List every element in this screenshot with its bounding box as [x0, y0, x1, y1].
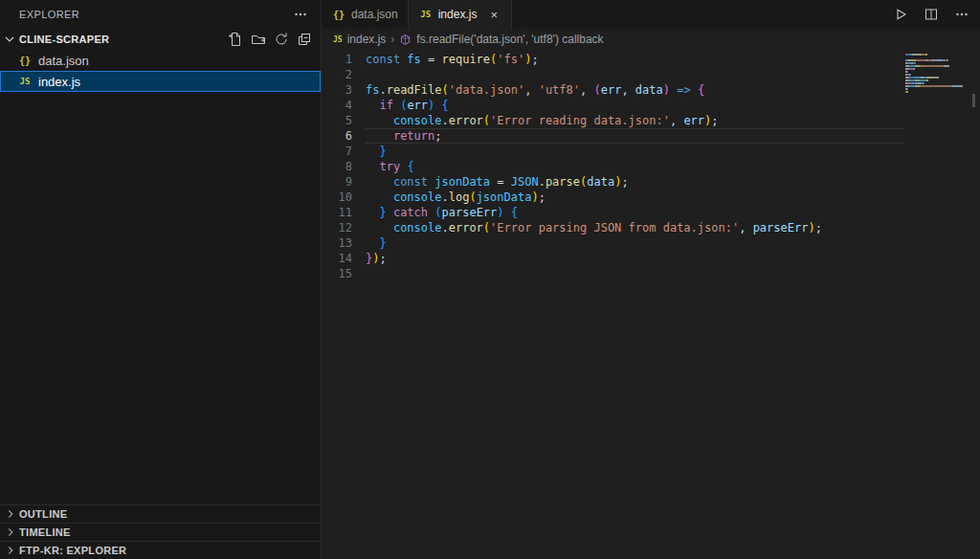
more-actions-icon[interactable]: [290, 4, 311, 25]
line-number[interactable]: 7: [322, 144, 366, 159]
line-number[interactable]: 3: [322, 82, 366, 98]
section-label: FTP-KR: EXPLORER: [19, 545, 126, 556]
section-timeline[interactable]: TIMELINE: [0, 523, 321, 541]
json-icon: {}: [17, 56, 33, 66]
explorer-title: EXPLORER: [19, 9, 79, 20]
line-content: [366, 266, 903, 281]
file-label: data.json: [38, 54, 89, 68]
tab-label: index.js: [438, 8, 478, 21]
close-icon[interactable]: ×: [486, 8, 501, 22]
breadcrumb-symbol[interactable]: fs.readFile('data.json', 'utf8') callbac…: [416, 33, 603, 46]
js-icon: JS: [418, 10, 434, 19]
code-line[interactable]: 9 const jsonData = JSON.parse(data);: [322, 174, 903, 190]
line-number[interactable]: 13: [322, 235, 366, 251]
workspace-folder-label: CLINE-SCRAPER: [19, 34, 225, 45]
code-line[interactable]: 2: [322, 67, 903, 82]
line-content: try {: [366, 159, 903, 174]
tab-index.js[interactable]: JSindex.js×: [409, 0, 513, 29]
json-icon: {}: [331, 10, 346, 20]
code-line[interactable]: 8 try {: [322, 159, 903, 174]
chevron-right-icon: [4, 507, 17, 521]
file-label: index.js: [38, 75, 80, 89]
tab-label: data.json: [351, 8, 398, 21]
breadcrumb-separator: ›: [390, 33, 394, 46]
code-line[interactable]: 12 console.error('Error parsing JSON fro…: [322, 220, 903, 235]
chevron-right-icon: [4, 525, 17, 539]
explorer-sidebar: EXPLORER CLINE-SCRAPER: [0, 0, 322, 559]
symbol-method-icon: [399, 34, 412, 46]
minimap[interactable]: [905, 54, 967, 97]
line-content: console.log(jsonData);: [366, 190, 903, 205]
code-line[interactable]: 7 }: [322, 144, 903, 159]
new-file-icon[interactable]: [225, 29, 246, 50]
line-content: });: [366, 251, 903, 266]
tab-data.json[interactable]: {}data.json: [322, 0, 409, 29]
line-number[interactable]: 14: [322, 251, 366, 266]
breadcrumb: JS index.js › fs.readFile('data.json', '…: [322, 29, 980, 50]
code-line[interactable]: 14});: [322, 251, 903, 266]
explorer-header: EXPLORER: [0, 0, 321, 29]
line-number[interactable]: 12: [322, 220, 366, 235]
editor-group: {}data.jsonJSindex.js× JS index.js › fs.…: [322, 0, 980, 559]
code-lines: 1const fs = require('fs');23fs.readFile(…: [322, 50, 903, 281]
line-content: console.error('Error reading data.json:'…: [366, 113, 903, 128]
refresh-icon[interactable]: [271, 29, 292, 50]
section-outline[interactable]: OUTLINE: [0, 504, 321, 523]
overview-ruler-mark: [972, 94, 975, 107]
js-icon: JS: [333, 35, 343, 44]
line-number[interactable]: 6: [322, 128, 366, 144]
code-line[interactable]: 11 } catch (parseErr) {: [322, 205, 903, 220]
line-number[interactable]: 5: [322, 113, 366, 128]
line-number[interactable]: 8: [322, 159, 366, 174]
workbench: EXPLORER CLINE-SCRAPER: [0, 0, 980, 559]
line-content: const fs = require('fs');: [366, 52, 903, 67]
file-item-data.json[interactable]: {}data.json: [0, 50, 321, 71]
line-number[interactable]: 15: [322, 266, 366, 281]
overview-ruler[interactable]: [967, 50, 980, 559]
editor-actions: [890, 0, 972, 29]
code-line[interactable]: 1const fs = require('fs');: [322, 52, 903, 67]
code-line[interactable]: 5 console.error('Error reading data.json…: [322, 113, 903, 128]
line-content: }: [366, 144, 903, 159]
workspace-folder-row[interactable]: CLINE-SCRAPER: [0, 29, 321, 50]
collapse-all-icon[interactable]: [294, 29, 315, 50]
line-number[interactable]: 2: [322, 67, 366, 82]
code-line[interactable]: 10 console.log(jsonData);: [322, 190, 903, 205]
file-item-index.js[interactable]: JSindex.js: [0, 71, 321, 92]
section-label: TIMELINE: [19, 526, 71, 538]
more-actions-icon[interactable]: [951, 4, 972, 25]
line-number[interactable]: 9: [322, 174, 366, 190]
line-content: }: [366, 235, 903, 251]
line-content: const jsonData = JSON.parse(data);: [366, 174, 903, 190]
file-list: {}data.jsonJSindex.js: [0, 50, 321, 92]
tab-bar: {}data.jsonJSindex.js×: [322, 0, 980, 29]
chevron-right-icon: [4, 544, 17, 557]
line-content: return;: [366, 128, 903, 144]
code-line[interactable]: 4 if (err) {: [322, 98, 903, 113]
code-line[interactable]: 3fs.readFile('data.json', 'utf8', (err, …: [322, 82, 903, 98]
line-content: fs.readFile('data.json', 'utf8', (err, d…: [366, 82, 903, 98]
tab-list: {}data.jsonJSindex.js×: [322, 0, 512, 29]
chevron-down-icon: [2, 32, 17, 47]
section-label: OUTLINE: [19, 508, 67, 520]
line-content: console.error('Error parsing JSON from d…: [366, 220, 903, 235]
breadcrumb-file[interactable]: index.js: [347, 33, 387, 46]
line-number[interactable]: 4: [322, 98, 366, 113]
code-line[interactable]: 13 }: [322, 235, 903, 251]
explorer-toolbar: [225, 29, 315, 50]
code-editor[interactable]: 1const fs = require('fs');23fs.readFile(…: [322, 50, 980, 559]
split-editor-icon[interactable]: [921, 4, 942, 25]
line-number[interactable]: 11: [322, 205, 366, 220]
new-folder-icon[interactable]: [248, 29, 269, 50]
line-content: [366, 67, 903, 82]
section-ftp-kr-explorer[interactable]: FTP-KR: EXPLORER: [0, 541, 321, 559]
code-line[interactable]: 6 return;: [322, 128, 903, 144]
line-content: } catch (parseErr) {: [366, 205, 903, 220]
sidebar-sections: OUTLINETIMELINEFTP-KR: EXPLORER: [0, 504, 321, 559]
js-icon: JS: [17, 77, 33, 86]
code-line[interactable]: 15: [322, 266, 903, 281]
line-content: if (err) {: [366, 98, 903, 113]
run-icon[interactable]: [890, 4, 911, 25]
line-number[interactable]: 1: [322, 52, 366, 67]
line-number[interactable]: 10: [322, 190, 366, 205]
